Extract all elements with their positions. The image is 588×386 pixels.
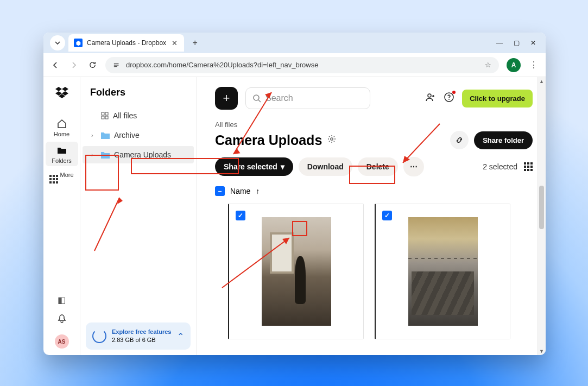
- sidebar-all-files[interactable]: All files: [83, 107, 194, 124]
- svg-point-1: [114, 65, 115, 66]
- progress-ring-icon: [92, 329, 106, 343]
- dropbox-favicon: ⬢: [74, 39, 83, 47]
- notifications-icon[interactable]: [57, 314, 67, 326]
- column-name[interactable]: Name: [230, 187, 250, 195]
- tab-title: Camera Uploads - Dropbox: [87, 39, 166, 47]
- folder-icon: [101, 131, 110, 139]
- upgrade-button[interactable]: Click to upgrade: [462, 90, 533, 107]
- chevron-down-icon: ▾: [281, 162, 284, 171]
- bookmark-icon[interactable]: ☆: [485, 61, 491, 69]
- page-title: Camera Uploads: [215, 132, 322, 148]
- svg-marker-3: [55, 87, 62, 91]
- reload-button[interactable]: [87, 61, 98, 69]
- svg-rect-9: [105, 112, 108, 115]
- svg-point-14: [428, 94, 431, 97]
- url-text: dropbox.com/home/Camera%20Uploads?di=lef…: [126, 61, 318, 69]
- svg-point-2: [114, 66, 115, 67]
- back-button[interactable]: [50, 61, 61, 69]
- svg-point-16: [448, 99, 450, 100]
- theme-icon[interactable]: ◧: [58, 295, 66, 305]
- scroll-thumb[interactable]: [539, 186, 544, 229]
- search-input[interactable]: Search: [245, 87, 370, 109]
- new-tab-button[interactable]: +: [188, 36, 201, 49]
- rail-more[interactable]: More: [46, 168, 78, 187]
- file-card[interactable]: ✓: [228, 204, 364, 339]
- sort-arrow-icon[interactable]: ↑: [256, 187, 260, 195]
- svg-point-0: [114, 63, 115, 64]
- file-card[interactable]: ✓: [375, 204, 510, 339]
- delete-button[interactable]: Delete: [358, 157, 398, 176]
- home-icon: [56, 118, 67, 129]
- folder-settings-icon[interactable]: [327, 135, 336, 145]
- apps-grid-icon: [49, 175, 58, 183]
- selected-count: 2 selected: [483, 162, 517, 171]
- window-titlebar: ⬢ Camera Uploads - Dropbox ✕ + — ▢ ✕: [43, 33, 546, 53]
- browser-toolbar: dropbox.com/home/Camera%20Uploads?di=lef…: [43, 53, 546, 77]
- storage-promo[interactable]: Explore free features 2.83 GB of 6 GB ⌃: [86, 322, 191, 350]
- site-settings-icon: [113, 61, 121, 69]
- left-rail: Home Folders More ◧ AS: [43, 77, 80, 355]
- file-checkbox[interactable]: ✓: [382, 211, 392, 220]
- svg-rect-11: [105, 116, 108, 119]
- share-selected-button[interactable]: Share selected ▾: [215, 157, 293, 176]
- minimize-button[interactable]: —: [496, 39, 503, 47]
- copy-link-button[interactable]: [450, 131, 469, 149]
- account-avatar[interactable]: AS: [55, 334, 69, 349]
- view-grid-icon[interactable]: [524, 162, 533, 171]
- file-thumbnail: [262, 217, 331, 326]
- folder-icon: [56, 145, 67, 156]
- scroll-down-icon[interactable]: ▼: [538, 347, 546, 355]
- search-icon: [252, 94, 261, 103]
- tab-list-button[interactable]: [50, 35, 65, 50]
- svg-rect-8: [102, 112, 104, 115]
- invite-icon[interactable]: [425, 92, 436, 105]
- close-window-button[interactable]: ✕: [530, 39, 536, 47]
- svg-rect-10: [102, 116, 104, 119]
- rail-folders[interactable]: Folders: [46, 142, 78, 166]
- main-area: + Search Click to upgrade All files Came…: [197, 77, 546, 355]
- svg-point-12: [254, 95, 259, 100]
- forward-button[interactable]: [68, 61, 79, 69]
- file-thumbnail: [408, 217, 478, 326]
- chevron-up-icon: ⌃: [177, 331, 184, 341]
- all-files-icon: [101, 112, 109, 119]
- rail-home[interactable]: Home: [46, 115, 78, 140]
- more-actions-button[interactable]: ⋯: [403, 157, 424, 176]
- browser-menu-button[interactable]: ⋮: [528, 60, 539, 70]
- dropbox-logo[interactable]: [55, 85, 68, 101]
- table-header: – Name ↑: [215, 186, 533, 196]
- folder-icon: [101, 151, 110, 159]
- help-icon[interactable]: [444, 92, 454, 105]
- scrollbar[interactable]: ▲ ▼: [538, 77, 546, 355]
- svg-point-17: [331, 138, 333, 140]
- close-tab-icon[interactable]: ✕: [170, 39, 179, 47]
- file-checkbox[interactable]: ✓: [236, 211, 245, 220]
- breadcrumb[interactable]: All files: [215, 121, 533, 129]
- address-bar[interactable]: dropbox.com/home/Camera%20Uploads?di=lef…: [105, 57, 499, 73]
- select-all-checkbox[interactable]: –: [215, 186, 225, 196]
- sidebar-archive[interactable]: › Archive: [83, 126, 194, 144]
- share-folder-button[interactable]: Share folder: [474, 131, 533, 149]
- download-button[interactable]: Download: [299, 157, 352, 176]
- create-button[interactable]: +: [215, 87, 238, 110]
- folder-sidebar: Folders All files › Archive › Camera Upl…: [80, 77, 197, 355]
- browser-tab[interactable]: ⬢ Camera Uploads - Dropbox ✕: [68, 34, 184, 52]
- svg-line-13: [258, 100, 261, 102]
- maximize-button[interactable]: ▢: [514, 39, 520, 47]
- svg-marker-4: [62, 87, 68, 91]
- sidebar-camera-uploads[interactable]: › Camera Uploads: [83, 146, 194, 163]
- browser-profile-avatar[interactable]: A: [507, 58, 521, 72]
- scroll-up-icon[interactable]: ▲: [538, 77, 546, 85]
- folders-heading: Folders: [90, 87, 186, 98]
